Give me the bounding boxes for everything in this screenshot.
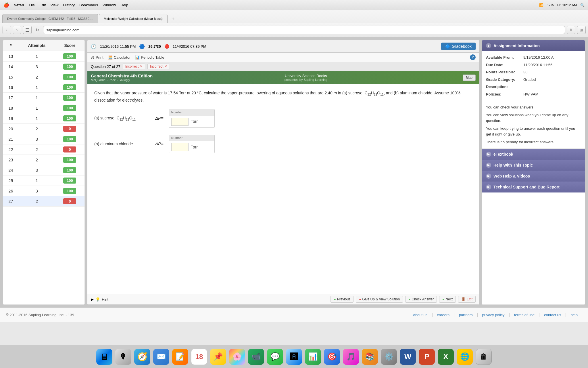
table-row[interactable]: 22 2 0 [3, 144, 84, 155]
footer-link-terms[interactable]: terms of use [510, 313, 540, 317]
etextbook-section[interactable]: ▶ eTextbook [482, 149, 585, 160]
safari-menu[interactable]: Safari [14, 3, 24, 7]
calculator-icon: 🧮 [108, 55, 113, 60]
dock-photos[interactable]: 🌸 [229, 349, 245, 365]
dock-notes[interactable]: 📝 [172, 349, 188, 365]
dock-word[interactable]: W [400, 349, 416, 365]
help-icon-btn[interactable]: ? [470, 54, 476, 60]
sidebar-toggle-button[interactable]: ☰ [23, 26, 32, 34]
table-row[interactable]: 27 2 0 [3, 196, 84, 207]
question-header: 🕐 11/20/2016 11:55 PM 🔵 26.7/30 🔴 11/4/2… [87, 40, 479, 53]
table-row[interactable]: 13 1 100 [3, 51, 84, 62]
url-bar[interactable]: saplinglearning.com [43, 26, 565, 34]
assignment-info-content: Available From: 9/19/2016 12:00 A Due Da… [482, 51, 585, 148]
row-num: 13 [3, 51, 18, 62]
edit-menu[interactable]: Edit [39, 3, 46, 7]
next-button[interactable]: ● Next [439, 296, 456, 303]
table-row[interactable]: 17 1 100 [3, 93, 84, 103]
periodic-table-button[interactable]: 📊 Periodic Table [135, 55, 164, 60]
table-row[interactable]: 25 1 100 [3, 176, 84, 186]
col-header-num: # [3, 40, 18, 51]
table-row[interactable]: 15 2 100 [3, 72, 84, 82]
footer-link-about[interactable]: about us [409, 313, 433, 317]
dock-siri[interactable]: 🎙 [115, 349, 131, 365]
table-row[interactable]: 24 3 100 [3, 165, 84, 176]
dock-messages[interactable]: 💬 [267, 349, 283, 365]
tab-1[interactable]: Everett Community College - CHEM 162 - F… [2, 14, 98, 23]
dock-powerpoint[interactable]: P [419, 349, 435, 365]
table-row[interactable]: 19 1 100 [3, 113, 84, 124]
dock-keynote[interactable]: 🎯 [324, 349, 340, 365]
table-row[interactable]: 14 3 100 [3, 62, 84, 72]
battery-level: 17% [547, 3, 554, 7]
footer-link-help[interactable]: help [566, 313, 582, 317]
answer-a-input[interactable] [171, 118, 189, 126]
col-header-score: Score [55, 40, 84, 51]
table-row[interactable]: 23 2 100 [3, 155, 84, 165]
add-bookmark-button[interactable]: ⊞ [577, 26, 586, 34]
answer-b-input[interactable] [171, 143, 189, 151]
row-num: 18 [3, 103, 18, 113]
table-row[interactable]: 26 3 100 [3, 186, 84, 196]
new-tab-button[interactable]: + [169, 15, 177, 23]
previous-button[interactable]: ● Previous [330, 296, 353, 303]
exit-button[interactable]: 🚪 Exit [458, 296, 476, 303]
tab-2[interactable]: Molecular Weight Calculator (Molar Mass) [99, 14, 168, 23]
footer-link-careers[interactable]: careers [433, 313, 454, 317]
map-button[interactable]: Map [463, 75, 476, 81]
give-up-button[interactable]: ● Give Up & View Solution [356, 296, 403, 303]
web-help-icon: ▶ [486, 173, 491, 179]
share-button[interactable]: ⬆ [567, 26, 575, 34]
table-row[interactable]: 21 3 100 [3, 134, 84, 144]
row-attempts: 2 [18, 196, 55, 207]
dock-ibooks[interactable]: 📚 [362, 349, 378, 365]
table-row[interactable]: 18 1 100 [3, 103, 84, 113]
dock-numbers[interactable]: 📊 [305, 349, 321, 365]
tech-support-section[interactable]: ▶ Technical Support and Bug Report [482, 182, 585, 192]
dock-mail[interactable]: ✉️ [153, 349, 169, 365]
hint-label[interactable]: Hint [102, 297, 108, 302]
dock-stickies[interactable]: 📌 [210, 349, 226, 365]
bookmarks-menu[interactable]: Bookmarks [79, 3, 98, 7]
dock-appstore[interactable]: 🅰 [286, 349, 302, 365]
dock-trash[interactable]: 🗑 [476, 349, 492, 365]
history-menu[interactable]: History [63, 3, 74, 7]
web-help-section[interactable]: ▶ Web Help & Videos [482, 171, 585, 182]
apple-menu[interactable]: 🍎 [3, 2, 9, 8]
periodic-table-label: Periodic Table [141, 55, 164, 60]
table-row[interactable]: 20 2 0 [3, 124, 84, 134]
search-icon[interactable]: 🔍 [580, 3, 585, 7]
url-text: saplinglearning.com [46, 28, 80, 32]
help-topic-section[interactable]: ▶ Help With This Topic [482, 160, 585, 171]
file-menu[interactable]: File [29, 3, 35, 7]
help-topic-label: Help With This Topic [493, 163, 533, 167]
dock-safari[interactable]: 🧭 [134, 349, 150, 365]
available-from-value: 9/19/2016 12:00 A [523, 55, 554, 60]
due-icon: 🔴 [164, 44, 169, 49]
dock-sysprefs[interactable]: ⚙️ [381, 349, 397, 365]
gradebook-button[interactable]: 🔷 Gradebook [441, 43, 476, 50]
delta-p-b: ΔP= [155, 140, 164, 147]
dock-facetime[interactable]: 📹 [248, 349, 264, 365]
footer-link-privacy[interactable]: privacy policy [478, 313, 510, 317]
question-text: Given that the vapor pressure of water i… [94, 90, 472, 103]
window-menu[interactable]: Window [103, 3, 116, 7]
dock-finder[interactable]: 🖥 [96, 349, 112, 365]
table-row[interactable]: 16 1 100 [3, 82, 84, 93]
footer-link-partners[interactable]: partners [454, 313, 478, 317]
refresh-button[interactable]: ↻ [33, 26, 41, 34]
row-num: 24 [3, 165, 18, 176]
check-answer-button[interactable]: ● Check Answer [405, 296, 437, 303]
row-score: 100 [55, 155, 84, 165]
dock-calendar[interactable]: 18 [191, 349, 207, 365]
dock-itunes[interactable]: 🎵 [343, 349, 359, 365]
dock-excel[interactable]: X [438, 349, 454, 365]
back-button[interactable]: ‹ [2, 26, 11, 34]
print-button[interactable]: 🖨 Print [91, 55, 103, 60]
calculator-button[interactable]: 🧮 Calculator [108, 55, 131, 60]
help-menu[interactable]: Help [120, 3, 128, 7]
forward-button[interactable]: › [13, 26, 21, 34]
footer-link-contact[interactable]: contact us [539, 313, 566, 317]
dock-opendns[interactable]: 🌐 [457, 349, 473, 365]
view-menu[interactable]: View [51, 3, 59, 7]
